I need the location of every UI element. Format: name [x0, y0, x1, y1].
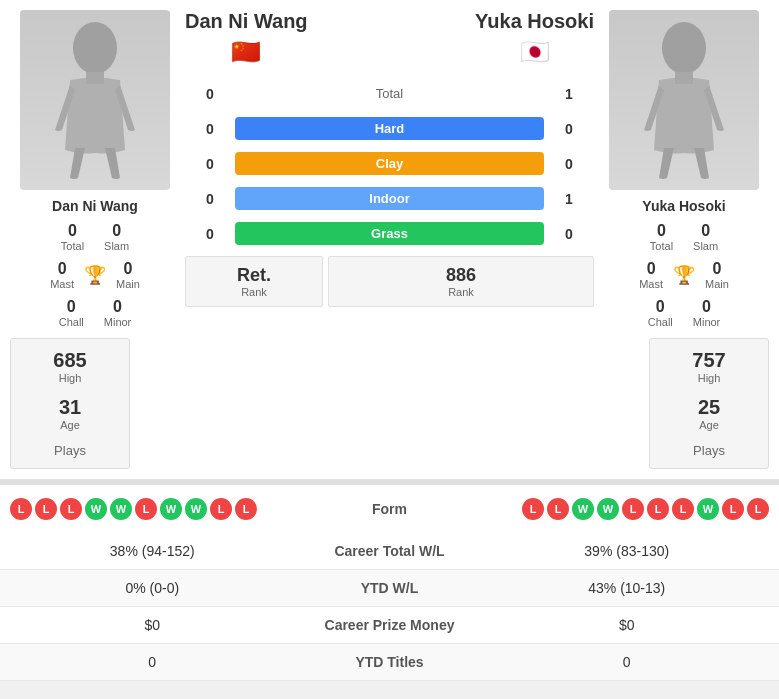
right-slam-stat: 0 Slam — [693, 222, 718, 252]
detailed-stats-row: 685 High 31 Age Plays 757 High 25 Age — [0, 338, 779, 482]
form-badge-right: L — [522, 498, 544, 520]
left-rank-label: Rank — [241, 286, 267, 298]
left-high-value: 685 — [53, 349, 86, 372]
right-rank-value: 886 — [446, 265, 476, 286]
form-badge-left: L — [60, 498, 82, 520]
stats-table-row: 0YTD Titles0 — [0, 644, 779, 681]
left-chall-label: Chall — [59, 316, 84, 328]
left-form-badges: LLLWWLWWLL — [10, 498, 257, 520]
stats-right-val: 43% (10-13) — [490, 580, 765, 596]
right-stats-row1: 0 Total 0 Slam — [650, 222, 718, 252]
hard-badge: Hard — [235, 117, 544, 140]
stats-left-val: 0% (0-0) — [15, 580, 290, 596]
right-mast-stat: 0 Mast — [639, 260, 663, 290]
right-high-value: 757 — [692, 349, 725, 372]
right-stats-row2: 0 Chall 0 Minor — [648, 298, 721, 328]
court-row-hard: 0 Hard 0 — [185, 111, 594, 146]
right-plays-box: Plays — [693, 443, 725, 458]
stats-left-val: 38% (94-152) — [15, 543, 290, 559]
left-plays-label: Plays — [54, 443, 86, 458]
form-label: Form — [372, 501, 407, 517]
svg-rect-3 — [675, 72, 693, 84]
court-row-clay: 0 Clay 0 — [185, 146, 594, 181]
right-player-block: Yuka Hosoki 0 Total 0 Slam 0 Mast 🏆 — [599, 10, 769, 328]
left-chall-value: 0 — [67, 298, 76, 316]
total-right-score: 1 — [554, 86, 584, 102]
stats-table-row: 38% (94-152)Career Total W/L39% (83-130) — [0, 533, 779, 570]
left-rank-box: Ret. Rank — [185, 256, 323, 307]
form-section: LLLWWLWWLL Form LLWWLLLWLL — [0, 482, 779, 533]
left-total-label: Total — [61, 240, 84, 252]
left-minor-stat: 0 Minor — [104, 298, 132, 328]
clay-left-score: 0 — [195, 156, 225, 172]
stats-center-label: Career Prize Money — [290, 617, 490, 633]
left-rank-value: Ret. — [237, 265, 271, 286]
right-silhouette — [639, 20, 729, 180]
left-age-value: 31 — [59, 396, 81, 419]
form-badge-right: L — [547, 498, 569, 520]
form-badge-left: W — [110, 498, 132, 520]
left-slam-value: 0 — [112, 222, 121, 240]
right-trophy-row: 0 Mast 🏆 0 Main — [639, 260, 729, 290]
form-badge-right: W — [697, 498, 719, 520]
right-chall-value: 0 — [656, 298, 665, 316]
right-slam-value: 0 — [701, 222, 710, 240]
right-player-name-top: Yuka Hosoki — [475, 10, 594, 33]
indoor-left-score: 0 — [195, 191, 225, 207]
stats-center-label: Career Total W/L — [290, 543, 490, 559]
hard-right-score: 0 — [554, 121, 584, 137]
right-main-label: Main — [705, 278, 729, 290]
right-total-stat: 0 Total — [650, 222, 673, 252]
right-rank-label: Rank — [448, 286, 474, 298]
right-chall-stat: 0 Chall — [648, 298, 673, 328]
left-mast-stat: 0 Mast — [50, 260, 74, 290]
left-chall-stat: 0 Chall — [59, 298, 84, 328]
right-minor-stat: 0 Minor — [693, 298, 721, 328]
form-badge-right: L — [647, 498, 669, 520]
total-left-score: 0 — [195, 86, 225, 102]
hard-left-score: 0 — [195, 121, 225, 137]
right-age-label: Age — [699, 419, 719, 431]
court-row-grass: 0 Grass 0 — [185, 216, 594, 251]
form-row: LLLWWLWWLL Form LLWWLLLWLL — [10, 493, 769, 525]
right-total-value: 0 — [657, 222, 666, 240]
total-badge: Total — [235, 82, 544, 105]
stats-left-val: $0 — [15, 617, 290, 633]
left-trophy-row: 0 Mast 🏆 0 Main — [50, 260, 140, 290]
stats-right-val: 39% (83-130) — [490, 543, 765, 559]
names-flags-row: Dan Ni Wang 🇨🇳 Yuka Hosoki 🇯🇵 — [185, 10, 594, 76]
left-mast-label: Mast — [50, 278, 74, 290]
stats-right-val: 0 — [490, 654, 765, 670]
main-container: Dan Ni Wang 0 Total 0 Slam 0 Mast 🏆 — [0, 0, 779, 681]
court-row-total: 0 Total 1 — [185, 76, 594, 111]
left-age-label: Age — [60, 419, 80, 431]
form-badge-right: L — [747, 498, 769, 520]
right-plays-label: Plays — [693, 443, 725, 458]
right-player-photo — [609, 10, 759, 190]
indoor-badge: Indoor — [235, 187, 544, 210]
right-chall-label: Chall — [648, 316, 673, 328]
center-spacer — [135, 338, 644, 469]
stats-table-row: $0Career Prize Money$0 — [0, 607, 779, 644]
right-main-stat: 0 Main — [705, 260, 729, 290]
left-total-value: 0 — [68, 222, 77, 240]
left-main-value: 0 — [123, 260, 132, 278]
right-flag: 🇯🇵 — [520, 38, 550, 66]
left-player-name-top: Dan Ni Wang — [185, 10, 308, 33]
left-minor-value: 0 — [113, 298, 122, 316]
right-trophy-icon: 🏆 — [673, 264, 695, 286]
grass-badge: Grass — [235, 222, 544, 245]
right-age-box: 25 Age — [698, 396, 720, 431]
player-comparison: Dan Ni Wang 0 Total 0 Slam 0 Mast 🏆 — [0, 0, 779, 338]
center-block: Dan Ni Wang 🇨🇳 Yuka Hosoki 🇯🇵 0 Total 1 … — [185, 10, 594, 328]
form-badge-left: W — [85, 498, 107, 520]
left-detail-box: 685 High 31 Age Plays — [10, 338, 130, 469]
right-rank-box-placeholder: 886 Rank — [328, 256, 594, 307]
grass-right-score: 0 — [554, 226, 584, 242]
form-badge-right: L — [672, 498, 694, 520]
left-player-header: Dan Ni Wang 🇨🇳 — [185, 10, 308, 66]
right-high-box: 757 High — [692, 349, 725, 384]
right-high-label: High — [698, 372, 721, 384]
stats-center-label: YTD W/L — [290, 580, 490, 596]
left-high-label: High — [59, 372, 82, 384]
